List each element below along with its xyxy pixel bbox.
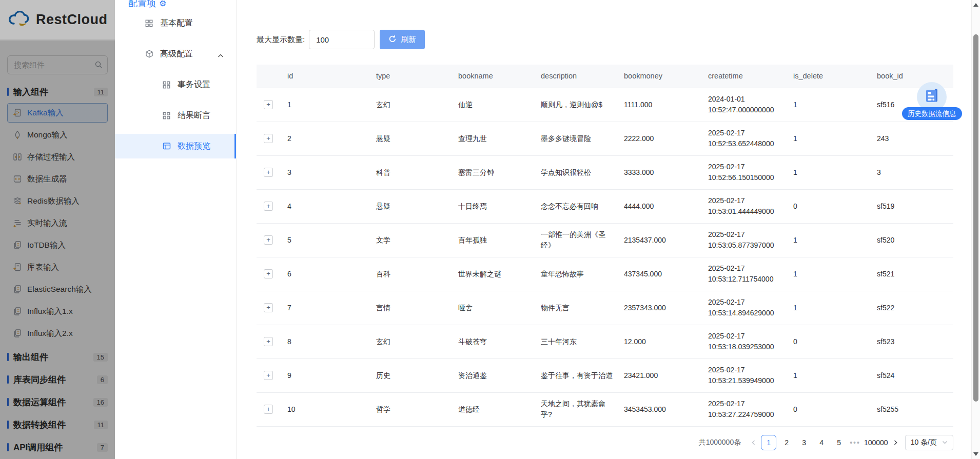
refresh-button[interactable]: 刷新 (380, 30, 425, 49)
table-row[interactable]: +1玄幻仙逆顺则凡，逆则仙@$1111.0002024-01-01 10:52:… (257, 88, 953, 122)
chevron-up-icon[interactable] (218, 51, 224, 61)
sidebar-item-kafka-input[interactable]: Kafka输入 (7, 103, 108, 123)
sidebar-item-influx-input-1x[interactable]: Influx输入1.x (7, 302, 108, 321)
page-button-100000[interactable]: 100000 (864, 435, 888, 450)
search-input[interactable] (7, 55, 108, 74)
next-page-button[interactable] (890, 435, 901, 450)
sidebar-item-realtime-stream-input[interactable]: 实时输入流 (7, 213, 108, 233)
vertical-scrollbar[interactable] (971, 0, 980, 459)
table-input-icon (13, 263, 22, 272)
max-display-input[interactable] (309, 30, 375, 49)
sidebar-item-elasticsearch-input[interactable]: ElasticSearch输入 (7, 280, 108, 299)
brand-header: RestCloud (0, 0, 115, 40)
config-item-transaction-settings[interactable]: 事务设置 (115, 69, 236, 100)
grid-icon (162, 80, 171, 89)
table-row[interactable]: +7言情哑舍物件无言2357343.0002025-02-17 10:53:14… (257, 291, 953, 325)
data-generator-icon (13, 174, 22, 184)
expand-row-button[interactable]: + (264, 235, 273, 245)
table-row[interactable]: +9历史资治通鉴鉴于往事，有资于治道23421.0002025-02-17 10… (257, 358, 953, 392)
sidebar-section-input-components[interactable]: 输入组件11 (0, 81, 115, 103)
expand-row-button[interactable]: + (264, 337, 273, 346)
table-row[interactable]: +5文学百年孤独一部惟一的美洲《圣经》2135437.0002025-02-17… (257, 223, 953, 257)
expand-row-button[interactable]: + (264, 371, 273, 380)
redis-input-icon (13, 196, 22, 206)
table-row[interactable]: +6百科世界未解之谜童年恐怖故事437345.0002025-02-17 10:… (257, 257, 953, 291)
cell-is_delete: 0 (786, 189, 870, 223)
sidebar-item-influx-input-2x[interactable]: Influx输入2.x (7, 324, 108, 343)
expand-cell: + (257, 358, 280, 392)
expand-row-button[interactable]: + (264, 303, 273, 312)
config-item-result-assertion[interactable]: 结果断言 (115, 100, 236, 131)
cell-createtime: 2025-02-17 10:52:53.652448000 (701, 122, 786, 155)
ellipsis-more-pages[interactable]: ••• (850, 438, 860, 447)
cell-type: 科普 (369, 155, 451, 189)
config-item-advanced-config[interactable]: 高级配置 (115, 38, 236, 69)
sidebar-section-output-components[interactable]: 输出组件15 (0, 346, 115, 368)
table-row[interactable]: +2悬疑查理九世墨多多谜境冒险2222.0002025-02-17 10:52:… (257, 122, 953, 155)
cell-createtime: 2025-02-17 10:53:12.711754000 (701, 257, 786, 291)
expand-row-button[interactable]: + (264, 168, 273, 177)
page-button-2[interactable]: 2 (779, 435, 794, 450)
realtime-stream-icon (13, 218, 22, 228)
config-item-label: 数据预览 (178, 141, 210, 152)
cell-type: 哲学 (369, 392, 451, 426)
expand-cell: + (257, 257, 280, 291)
sidebar-item-iotdb-input[interactable]: IoTDB输入 (7, 235, 108, 255)
config-item-label: 基本配置 (160, 18, 193, 29)
table-row[interactable]: +4悬疑十日终焉念念不忘必有回响4444.0002025-02-17 10:53… (257, 189, 953, 223)
page-button-1[interactable]: 1 (761, 435, 776, 450)
expand-cell: + (257, 122, 280, 155)
cell-is_delete: 1 (786, 358, 870, 392)
sidebar-item-table-input[interactable]: 库表输入 (7, 257, 108, 277)
sidebar-section-api-call-components[interactable]: API调用组件7 (0, 436, 115, 458)
scroll-down-arrow-icon[interactable] (973, 452, 978, 456)
sidebar-item-label: Influx输入2.x (27, 328, 73, 339)
config-panel: 配置项 ⚙ 基本配置高级配置事务设置结果断言数据预览 (115, 0, 237, 459)
section-label: 输入组件 (13, 86, 94, 98)
table-row[interactable]: +8玄幻斗破苍穹三十年河东12.0002025-02-17 10:53:18.0… (257, 325, 953, 358)
table-header-row: idtypebooknamedescriptionbookmoneycreate… (257, 65, 953, 88)
table-row[interactable]: +10哲学道德经天地之间，其犹橐龠乎?3453453.0002025-02-17… (257, 392, 953, 426)
sidebar-section-table-sync-components[interactable]: 库表同步组件6 (0, 368, 115, 391)
sidebar-section-data-transform-components[interactable]: 数据转换组件11 (0, 413, 115, 436)
sidebar-item-label: Kafka输入 (27, 108, 64, 118)
sidebar-section-data-operation-components[interactable]: 数据运算组件16 (0, 391, 115, 413)
stored-procedure-input-icon (13, 152, 22, 162)
table-row[interactable]: +3科普塞雷三分钟学点知识很轻松3333.0002025-02-17 10:52… (257, 155, 953, 189)
history-dataflow-badge[interactable]: 历史数据流信息 (902, 107, 962, 120)
section-label: 数据转换组件 (13, 419, 94, 431)
page-button-5[interactable]: 5 (832, 435, 846, 450)
section-count-badge: 11 (94, 88, 108, 96)
sidebar-item-mongo-input[interactable]: Mongo输入 (7, 125, 108, 145)
section-accent-bar (7, 353, 9, 361)
cell-id: 1 (280, 88, 369, 122)
history-dataflow-badge-label: 历史数据流信息 (908, 109, 956, 118)
cell-id: 7 (280, 291, 369, 325)
column-header-id: id (280, 65, 369, 88)
scroll-up-arrow-icon[interactable] (973, 3, 978, 7)
prev-page-button[interactable] (748, 435, 759, 450)
config-item-basic-config[interactable]: 基本配置 (115, 8, 236, 38)
sidebar-item-redis-input[interactable]: Redis数据输入 (7, 191, 108, 211)
config-item-data-preview[interactable]: 数据预览 (115, 134, 236, 158)
expand-row-button[interactable]: + (264, 202, 273, 211)
page-button-3[interactable]: 3 (797, 435, 811, 450)
sidebar-item-data-generator[interactable]: 数据生成器 (7, 169, 108, 189)
cell-bookname: 哑舍 (451, 291, 534, 325)
scrollbar-thumb[interactable] (973, 34, 978, 402)
cell-bookmoney: 437345.000 (617, 257, 701, 291)
expand-row-button[interactable]: + (264, 269, 273, 278)
expand-row-button[interactable]: + (264, 134, 273, 143)
cell-is_delete: 1 (786, 155, 870, 189)
expand-cell: + (257, 291, 280, 325)
cell-description: 一部惟一的美洲《圣经》 (534, 223, 617, 257)
expand-row-button[interactable]: + (264, 405, 273, 414)
section-count-badge: 16 (93, 398, 108, 407)
page-button-4[interactable]: 4 (814, 435, 829, 450)
cell-bookmoney: 2357343.000 (617, 291, 701, 325)
page-size-select[interactable]: 10 条/页 (905, 435, 953, 450)
expand-row-button[interactable]: + (264, 100, 273, 109)
sidebar-item-stored-procedure-input[interactable]: 存储过程输入 (7, 147, 108, 167)
column-header-type: type (369, 65, 451, 88)
cell-id: 10 (280, 392, 369, 426)
